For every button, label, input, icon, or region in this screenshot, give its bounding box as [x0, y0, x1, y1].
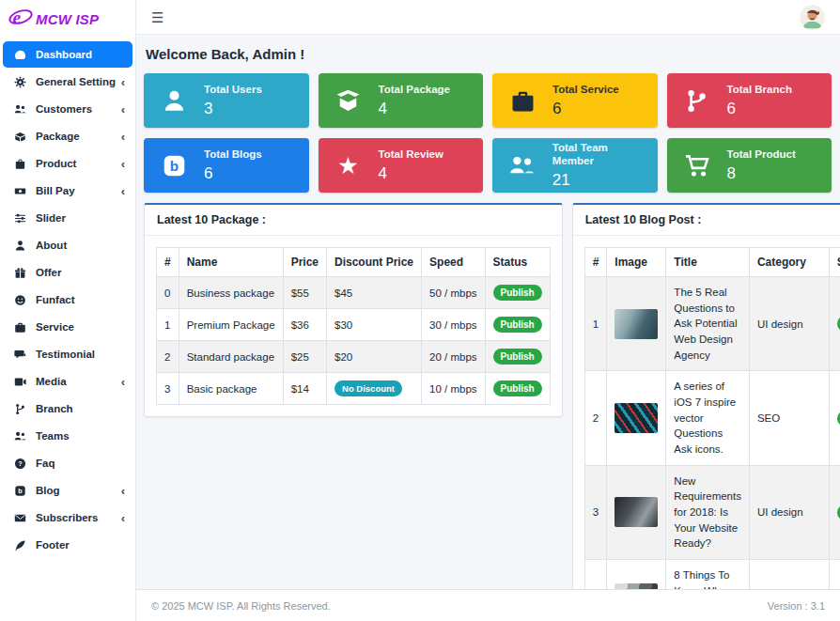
- stat-value: 21: [552, 170, 652, 190]
- chevron-left-icon: ‹: [121, 130, 125, 144]
- column-header: Title: [666, 248, 750, 277]
- blog-icon: b: [13, 484, 27, 497]
- status-badge: Publish: [493, 285, 542, 301]
- stat-label: Total Users: [204, 83, 262, 96]
- sidebar-item-label: Branch: [36, 403, 125, 414]
- blogposts-table-header: #ImageTitleCategoryStatus: [584, 248, 840, 277]
- user-icon: [13, 239, 27, 252]
- sidebar-item-service[interactable]: Service: [3, 314, 132, 340]
- sidebar-item-bill-pay[interactable]: Bill Pay‹: [3, 178, 132, 204]
- gear-icon: [13, 75, 27, 88]
- status-badge: Publish: [493, 317, 542, 333]
- blogpost-row: 3New Requirements for 2018: Is Your Webs…: [584, 465, 840, 559]
- sidebar-item-footer[interactable]: Footer: [3, 532, 132, 558]
- sidebar-item-label: Blog: [36, 485, 117, 496]
- stat-label: Total Blogs: [204, 147, 262, 161]
- envelope-icon: [13, 511, 27, 524]
- latest-blogposts-panel: Latest 10 Blog Post : #ImageTitleCategor…: [572, 203, 840, 589]
- sidebar-item-general-setting[interactable]: General Setting‹: [3, 69, 132, 95]
- box-icon: [13, 130, 27, 143]
- chevron-left-icon: ‹: [121, 102, 125, 116]
- blogpost-row: 1The 5 Real Questions to Ask Potential W…: [584, 277, 840, 371]
- column-header: Status: [829, 248, 840, 277]
- sidebar-item-about[interactable]: About: [3, 232, 132, 258]
- sidebar-item-label: Media: [36, 376, 117, 387]
- column-header: Speed: [422, 248, 486, 277]
- main-content: Welcome Back, Admin ! Total Users3Total …: [136, 35, 840, 589]
- packages-table-header: #NamePriceDiscount PriceSpeedStatus: [157, 248, 551, 277]
- page-title: Welcome Back, Admin !: [146, 46, 832, 62]
- stat-card-total-users[interactable]: Total Users3: [144, 73, 309, 128]
- question-icon: ?: [13, 457, 27, 470]
- stat-card-total-service[interactable]: Total Service6: [492, 73, 658, 128]
- branch-icon: [683, 88, 711, 114]
- cart-icon: [683, 153, 711, 179]
- media-icon: [13, 375, 27, 388]
- gauge-icon: [13, 48, 27, 61]
- blog-icon: b: [160, 153, 188, 179]
- stat-value: 6: [552, 99, 619, 118]
- feather-icon: [13, 538, 27, 551]
- sidebar-item-label: Testimonial: [36, 349, 125, 360]
- svg-text:?: ?: [18, 459, 23, 468]
- chevron-left-icon: ‹: [121, 75, 125, 89]
- sidebar-item-teams[interactable]: Teams: [3, 423, 132, 449]
- stat-card-total-blogs[interactable]: bTotal Blogs6: [144, 138, 309, 193]
- stat-card-total-team-member[interactable]: Total Team Member21: [492, 138, 658, 193]
- gift-icon: [13, 266, 27, 279]
- stat-value: 8: [727, 163, 796, 183]
- box-open-icon: [334, 88, 363, 114]
- sidebar-item-label: General Setting: [36, 76, 117, 87]
- briefcase-icon: [13, 320, 27, 334]
- package-row: 3Basic package$14No Discount10 / mbpsPub…: [157, 373, 551, 405]
- blogposts-table: #ImageTitleCategoryStatus 1The 5 Real Qu…: [584, 247, 840, 589]
- sidebar-item-dashboard[interactable]: Dashboard: [3, 41, 132, 68]
- sidebar-item-offer[interactable]: Offer: [3, 259, 132, 286]
- package-row: 1Premium Package$36$3030 / mbpsPublish: [157, 309, 551, 341]
- sidebar-item-product[interactable]: Product‹: [3, 150, 132, 177]
- stat-value: 4: [379, 99, 451, 118]
- stat-label: Total Package: [379, 83, 451, 96]
- sidebar-item-label: Teams: [36, 430, 125, 442]
- sidebar-item-faq[interactable]: ?Faq: [3, 450, 132, 476]
- stat-card-total-package[interactable]: Total Package4: [319, 73, 484, 128]
- sidebar-item-subscribers[interactable]: Subscribers‹: [3, 505, 132, 531]
- sidebar-item-label: Offer: [36, 267, 125, 278]
- stat-value: 3: [204, 99, 262, 118]
- sidebar-item-label: Faq: [36, 458, 125, 469]
- blogpost-row: 48 Things To Know When Designing Augment…: [584, 560, 840, 589]
- column-header: Name: [179, 248, 283, 277]
- sidebar-item-funfact[interactable]: Funfact: [3, 287, 132, 313]
- sidebar-item-label: Customers: [36, 103, 117, 115]
- sidebar-item-branch[interactable]: Branch: [3, 396, 132, 422]
- stat-card-total-review[interactable]: ★Total Review4: [319, 138, 484, 193]
- ie-swoosh-icon: e: [8, 5, 34, 33]
- sidebar-item-testimonial[interactable]: Testimonial: [3, 341, 132, 367]
- stat-label: Total Product: [727, 147, 796, 161]
- sidebar-item-label: Footer: [36, 539, 125, 551]
- sidebar-item-customers[interactable]: Customers‹: [3, 96, 132, 122]
- stat-label: Total Service: [552, 83, 619, 96]
- blogposts-panel-title: Latest 10 Blog Post :: [573, 205, 840, 236]
- sidebar-item-package[interactable]: Package‹: [3, 123, 132, 149]
- blog-thumbnail-woman-working-on-laptop: [614, 309, 658, 339]
- user-avatar[interactable]: [800, 5, 825, 30]
- sidebar-item-slider[interactable]: Slider: [3, 205, 132, 231]
- brand-name: MCW ISP: [36, 11, 99, 27]
- stat-card-total-product[interactable]: Total Product8: [667, 138, 832, 193]
- stat-label: Total Branch: [727, 83, 792, 96]
- chevron-left-icon: ‹: [121, 511, 125, 525]
- sidebar-item-label: Package: [36, 131, 117, 142]
- column-header: Image: [607, 248, 666, 277]
- latest-packages-panel: Latest 10 Package : #NamePriceDiscount P…: [144, 203, 563, 417]
- blogpost-row: 2A series of iOS 7 inspire vector Questi…: [584, 371, 840, 465]
- stat-card-total-branch[interactable]: Total Branch6: [667, 73, 832, 128]
- chevron-left-icon: ‹: [121, 184, 125, 198]
- sidebar-item-blog[interactable]: bBlog‹: [3, 477, 132, 504]
- user-icon: [160, 88, 188, 114]
- hamburger-icon[interactable]: ☰: [151, 10, 163, 24]
- brand[interactable]: e MCW ISP: [0, 0, 135, 36]
- sidebar-menu: DashboardGeneral Setting‹Customers‹Packa…: [0, 36, 135, 558]
- sidebar-item-media[interactable]: Media‹: [3, 368, 132, 395]
- sidebar-item-label: Subscribers: [36, 512, 117, 523]
